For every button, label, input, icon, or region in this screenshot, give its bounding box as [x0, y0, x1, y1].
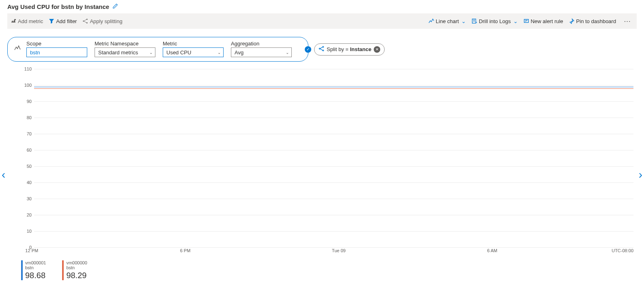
- add-filter-label: Add filter: [56, 18, 77, 24]
- y-tick: 10: [19, 229, 32, 234]
- metric-select[interactable]: Used CPU ⌄: [163, 47, 224, 57]
- gridline: [34, 101, 633, 102]
- metric-label: Metric: [163, 41, 224, 47]
- new-alert-rule-button[interactable]: New alert rule: [523, 18, 563, 24]
- split-value: Instance: [350, 46, 371, 52]
- apply-splitting-button[interactable]: Apply splitting: [82, 18, 122, 24]
- gridline: [34, 134, 633, 134]
- split-prefix: Split by =: [327, 46, 350, 52]
- chevron-down-icon: ⌄: [513, 18, 518, 24]
- legend-series-sub: bstn: [66, 265, 87, 270]
- series-line: [34, 88, 633, 89]
- add-metric-label: Add metric: [18, 18, 43, 24]
- y-tick: 100: [19, 83, 32, 88]
- more-options-button[interactable]: ···: [622, 18, 633, 24]
- svg-rect-5: [524, 19, 528, 23]
- filter-icon: [49, 18, 54, 24]
- chart-toolbar: Add metric Add filter Apply splitting: [7, 13, 637, 29]
- gridline: [34, 118, 633, 118]
- chart-legend: vm000001bstn98.68vm000000bstn98.29: [21, 260, 635, 280]
- y-tick: 110: [19, 66, 32, 71]
- chevron-down-icon: ⌄: [149, 50, 153, 55]
- legend-series-name: vm000001: [25, 260, 46, 265]
- metrics-line-chart: 0102030405060708090100110: [19, 69, 633, 247]
- add-metric-button[interactable]: Add metric: [11, 18, 43, 24]
- x-tick: 12 PM: [25, 248, 38, 253]
- gridline: [34, 150, 633, 150]
- x-tick: Tue 09: [332, 248, 346, 253]
- x-tick: 6 PM: [180, 248, 191, 253]
- legend-series-name: vm000000: [66, 260, 87, 265]
- chevron-down-icon: ⌄: [461, 18, 466, 24]
- add-filter-button[interactable]: Add filter: [49, 18, 77, 24]
- gridline: [34, 247, 633, 248]
- svg-point-0: [15, 19, 16, 21]
- chevron-down-icon: ⌄: [286, 50, 289, 55]
- line-chart-label: Line chart: [436, 18, 459, 24]
- gridline: [34, 199, 633, 199]
- x-tick: 6 AM: [487, 248, 497, 253]
- gridline: [34, 69, 633, 69]
- split-by-text: Split by = Instance: [327, 46, 371, 52]
- next-time-range-button[interactable]: ›: [639, 168, 642, 181]
- alert-icon: [523, 18, 529, 24]
- remove-split-button[interactable]: ✕: [374, 46, 380, 53]
- legend-series-value: 98.29: [66, 271, 87, 280]
- aggregation-select[interactable]: Avg ⌄: [231, 47, 292, 57]
- drill-into-logs-button[interactable]: Drill into Logs ⌄: [472, 18, 518, 24]
- gridline: [34, 166, 633, 167]
- line-chart-icon: [429, 18, 434, 24]
- scope-select[interactable]: bstn: [26, 47, 87, 57]
- apply-splitting-label: Apply splitting: [90, 18, 122, 24]
- scope-label: Scope: [26, 41, 87, 47]
- edit-title-icon[interactable]: [112, 3, 118, 10]
- prev-time-range-button[interactable]: ‹: [2, 168, 5, 181]
- metric-line-icon: [14, 45, 21, 53]
- y-tick: 20: [19, 212, 32, 217]
- aggregation-value: Avg: [235, 49, 243, 56]
- legend-item[interactable]: vm000001bstn98.68: [21, 260, 46, 280]
- series-line: [34, 87, 633, 88]
- gridline: [34, 231, 633, 232]
- drill-into-logs-label: Drill into Logs: [479, 18, 511, 24]
- chevron-down-icon: ⌄: [218, 50, 221, 55]
- legend-item[interactable]: vm000000bstn98.29: [62, 260, 87, 280]
- y-tick: 60: [19, 148, 32, 152]
- new-alert-rule-label: New alert rule: [531, 18, 563, 24]
- legend-series-value: 98.68: [25, 271, 46, 280]
- split-network-icon: [319, 46, 324, 53]
- pin-icon: [569, 18, 575, 24]
- y-tick: 50: [19, 164, 32, 169]
- logs-icon: [472, 18, 477, 24]
- scope-value: bstn: [30, 49, 40, 56]
- namespace-select[interactable]: Standard metrics ⌄: [95, 47, 155, 57]
- legend-color-bar: [21, 260, 23, 280]
- add-metric-icon: [11, 18, 16, 24]
- namespace-label: Metric Namespace: [95, 41, 155, 47]
- x-axis: UTC-08:00 12 PM6 PMTue 096 AM: [19, 248, 633, 256]
- metric-value: Used CPU: [166, 49, 191, 56]
- split-by-pill[interactable]: Split by = Instance ✕: [314, 43, 385, 56]
- y-tick: 30: [19, 196, 32, 201]
- query-applied-check-icon: ✓: [305, 46, 311, 53]
- pin-to-dashboard-label: Pin to dashboard: [576, 18, 616, 24]
- namespace-value: Standard metrics: [98, 49, 138, 56]
- metric-query-pill: Scope bstn Metric Namespace Standard met…: [7, 37, 308, 62]
- pin-to-dashboard-button[interactable]: Pin to dashboard: [569, 18, 616, 24]
- y-tick: 40: [19, 180, 32, 185]
- aggregation-label: Aggregation: [231, 41, 292, 47]
- legend-series-sub: bstn: [25, 265, 46, 270]
- gridline: [34, 215, 633, 215]
- legend-color-bar: [62, 260, 64, 280]
- timezone-label: UTC-08:00: [612, 248, 633, 253]
- gridline: [34, 85, 633, 86]
- gridline: [34, 182, 633, 183]
- y-tick: 80: [19, 115, 32, 120]
- y-tick: 90: [19, 99, 32, 104]
- line-chart-button[interactable]: Line chart ⌄: [429, 18, 466, 24]
- y-tick: 70: [19, 131, 32, 136]
- page-title: Avg Used CPU for bstn by Instance: [7, 3, 109, 10]
- split-icon: [82, 18, 88, 24]
